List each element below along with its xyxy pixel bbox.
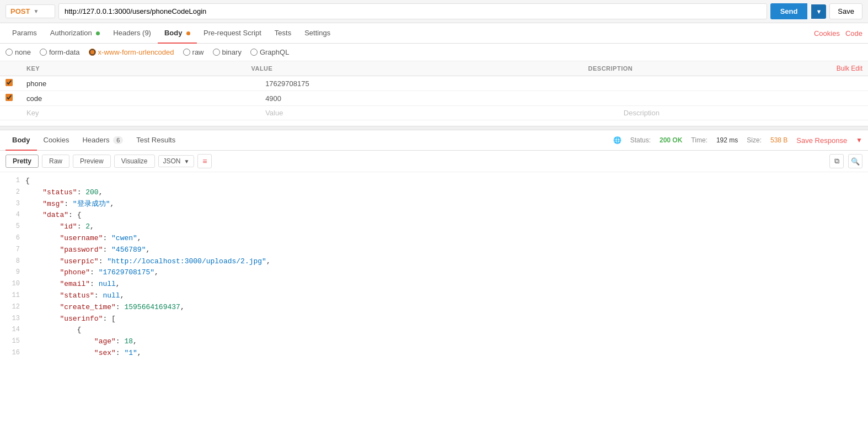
status-value: 200 OK bbox=[660, 136, 682, 144]
json-line: 1 { bbox=[0, 176, 868, 187]
response-status-bar: 🌐 Status: 200 OK Time: 192 ms Size: 538 … bbox=[613, 136, 862, 145]
json-line: 17 "job": "前端开发工程师", bbox=[0, 359, 868, 360]
body-dot bbox=[186, 31, 190, 35]
empty-table-row: Key Value Description bbox=[0, 106, 868, 120]
json-line: 15 "age": 18, bbox=[0, 336, 868, 348]
search-button[interactable]: 🔍 bbox=[848, 154, 862, 168]
bulk-edit-btn[interactable]: Bulk Edit bbox=[813, 65, 862, 72]
save-resp-arrow[interactable]: ▼ bbox=[856, 136, 862, 144]
json-line: 9 "phone": "17629708175", bbox=[0, 267, 868, 279]
table-row: code 4900 bbox=[0, 91, 868, 106]
size-value: 538 B bbox=[770, 136, 787, 144]
row1-check[interactable] bbox=[6, 79, 22, 88]
send-button[interactable]: Send bbox=[770, 3, 808, 19]
col-value-header: VALUE bbox=[251, 65, 588, 72]
radio-none[interactable]: none bbox=[6, 48, 31, 56]
json-line: 10 "email": null, bbox=[0, 279, 868, 290]
method-arrow: ▼ bbox=[33, 8, 50, 14]
code-link[interactable]: Code bbox=[845, 29, 862, 38]
viewer-tab-pretty[interactable]: Pretty bbox=[6, 155, 39, 168]
json-line: 5 "id": 2, bbox=[0, 221, 868, 233]
col-key-header: KEY bbox=[22, 65, 251, 72]
section-divider bbox=[0, 126, 868, 130]
json-line: 3 "msg": "登录成功", bbox=[0, 199, 868, 210]
json-line: 7 "password": "456789", bbox=[0, 245, 868, 256]
viewer-toolbar: Pretty Raw Preview Visualize JSON ▼ ≡ ⧉ … bbox=[0, 151, 868, 172]
viewer-actions: ⧉ 🔍 bbox=[829, 154, 862, 168]
resp-tab-cookies[interactable]: Cookies bbox=[37, 130, 76, 151]
method-select[interactable]: POST ▼ bbox=[6, 4, 55, 18]
table-row: phone 17629708175 bbox=[0, 76, 868, 91]
json-line: 8 "userpic": "http://localhost:3000/uplo… bbox=[0, 256, 868, 268]
json-line: 13 "userinfo": [ bbox=[0, 314, 868, 325]
send-dropdown-button[interactable]: ▼ bbox=[811, 4, 826, 19]
viewer-tab-preview[interactable]: Preview bbox=[73, 155, 111, 168]
row1-value: 17629708175 bbox=[265, 79, 624, 88]
cookies-link[interactable]: Cookies bbox=[814, 29, 840, 38]
viewer-tab-raw[interactable]: Raw bbox=[42, 155, 69, 168]
viewer-tab-visualize[interactable]: Visualize bbox=[114, 155, 155, 168]
tab-tests[interactable]: Tests bbox=[268, 23, 298, 44]
time-label: Time: bbox=[691, 136, 708, 144]
auth-dot bbox=[96, 31, 100, 35]
save-button[interactable]: Save bbox=[829, 3, 862, 19]
format-select[interactable]: JSON ▼ bbox=[158, 155, 195, 167]
json-line: 6 "username": "cwen", bbox=[0, 233, 868, 245]
copy-button[interactable]: ⧉ bbox=[829, 154, 844, 168]
tab-authorization[interactable]: Authorization bbox=[44, 23, 107, 44]
request-tabs-right: Cookies Code bbox=[814, 29, 862, 38]
radio-x-www-form-urlencoded[interactable]: x-www-form-urlencoded bbox=[89, 48, 174, 56]
radio-raw[interactable]: raw bbox=[183, 48, 204, 56]
format-label: JSON bbox=[163, 157, 181, 165]
resp-tab-test-results[interactable]: Test Results bbox=[130, 130, 182, 151]
json-viewer: 1 { 2 "status": 200, 3 "msg": "登录成功", 4 … bbox=[0, 172, 868, 360]
response-section: Body Cookies Headers 6 Test Results 🌐 St… bbox=[0, 130, 868, 360]
radio-form-data[interactable]: form-data bbox=[40, 48, 80, 56]
globe-icon: 🌐 bbox=[613, 136, 621, 144]
wrap-icon-button[interactable]: ≡ bbox=[197, 154, 212, 168]
time-value: 192 ms bbox=[716, 136, 738, 144]
json-line: 14 { bbox=[0, 325, 868, 336]
row2-check[interactable] bbox=[6, 94, 22, 103]
row2-value: 4900 bbox=[265, 94, 624, 103]
json-line: 16 "sex": "1", bbox=[0, 348, 868, 359]
request-tabs: Params Authorization Headers (9) Body Pr… bbox=[0, 23, 868, 44]
radio-graphql[interactable]: GraphQL bbox=[250, 48, 289, 56]
empty-key[interactable]: Key bbox=[22, 109, 265, 117]
table-header: KEY VALUE DESCRIPTION Bulk Edit bbox=[0, 61, 868, 76]
tab-params[interactable]: Params bbox=[6, 23, 44, 44]
empty-desc[interactable]: Description bbox=[624, 109, 862, 117]
status-label: Status: bbox=[630, 136, 651, 144]
resp-tab-body[interactable]: Body bbox=[6, 130, 37, 151]
save-response-button[interactable]: Save Response bbox=[796, 136, 847, 145]
url-input[interactable] bbox=[58, 3, 767, 19]
resp-tab-headers[interactable]: Headers 6 bbox=[76, 130, 130, 151]
tab-prerequest[interactable]: Pre-request Script bbox=[197, 23, 268, 44]
tab-settings[interactable]: Settings bbox=[298, 23, 337, 44]
json-line: 11 "status": null, bbox=[0, 290, 868, 302]
size-label: Size: bbox=[747, 136, 762, 144]
top-bar: POST ▼ Send ▼ Save bbox=[0, 0, 868, 23]
empty-value[interactable]: Value bbox=[265, 109, 624, 117]
json-line: 4 "data": { bbox=[0, 210, 868, 221]
method-label: POST bbox=[10, 7, 30, 15]
response-tabs-bar: Body Cookies Headers 6 Test Results 🌐 St… bbox=[0, 130, 868, 151]
headers-badge: 6 bbox=[113, 136, 123, 144]
col-desc-header: DESCRIPTION bbox=[588, 65, 813, 72]
body-type-bar: none form-data x-www-form-urlencoded raw… bbox=[0, 44, 868, 61]
tab-headers[interactable]: Headers (9) bbox=[106, 23, 158, 44]
row1-key: phone bbox=[22, 79, 265, 88]
json-line: 12 "create_time": 1595664169437, bbox=[0, 302, 868, 314]
row2-key: code bbox=[22, 94, 265, 103]
tab-body[interactable]: Body bbox=[158, 23, 197, 44]
format-arrow: ▼ bbox=[184, 158, 190, 164]
json-line: 2 "status": 200, bbox=[0, 187, 868, 199]
radio-binary[interactable]: binary bbox=[213, 48, 242, 56]
